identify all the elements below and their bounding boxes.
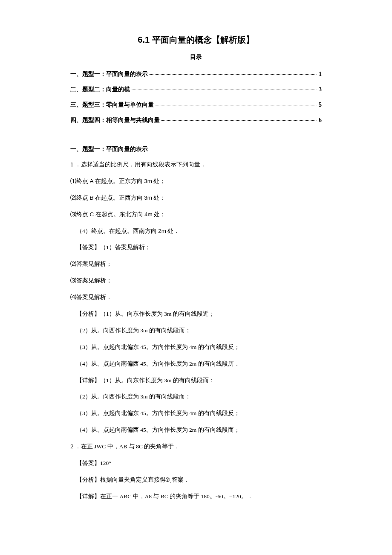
toc-page: 1 [319, 71, 322, 78]
q1-analysis-3: （3）从。点起向北偏东 45。方向作长度为 4m 的有向线段反； [70, 343, 322, 352]
q1-number: 1 [70, 161, 74, 168]
q2-number: 2 [70, 443, 74, 450]
q1-answer-head: 【答案】（1）答案见解析； [70, 244, 322, 252]
q1-stem: 1 ．选择适当的比例尺，用有向线段表示下列向量． [70, 161, 322, 169]
table-of-contents: 一、题型一：平面向量的表示 1 二、题型二：向量的模 3 三、题型三：零向量与单… [70, 70, 322, 124]
toc-label: 四、题型四：相等向量与共线向量 [70, 116, 160, 124]
text: 在起点。正东方向 [93, 178, 144, 184]
q1-detail-4: （4）从。点起向南偏西 45。方向作长度为 2m 的有向线段而； [70, 426, 322, 434]
text: （4）终点。在起点。西南方向 [76, 228, 158, 234]
page-title: 6.1 平面向量的概念【解析版】 [70, 34, 322, 46]
q2-stem-text: ．在正 JWC 中，AB 与 8C 的夹角等于． [74, 443, 180, 450]
section-heading: 一、题型一：平面向量的表示 [70, 145, 322, 153]
q2-analysis: 【分析】根据向量夹角定义直接得到答案． [70, 476, 322, 484]
q1-part3: ⑶终点 C 在起点。东北方向 4m 处； [70, 211, 322, 219]
toc-label: 一、题型一：平面向量的表示 [70, 70, 148, 78]
distance-3m: 3m [144, 178, 152, 184]
text: 处； [152, 178, 165, 184]
point-C: C [89, 211, 94, 218]
q2-stem: 2 ．在正 JWC 中，AB 与 8C 的夹角等于． [70, 443, 322, 451]
toc-label: 二、题型二：向量的模 [70, 86, 130, 93]
toc-row: 一、题型一：平面向量的表示 1 [70, 70, 322, 78]
toc-leader-dots [132, 90, 317, 90]
q2-answer: 【答案】120° [70, 459, 322, 468]
toc-page: 6 [319, 117, 322, 124]
distance-3m: 3m [144, 195, 152, 201]
text: 处； [153, 211, 166, 218]
text: 处． [166, 228, 179, 234]
text: ⑴终点 [70, 178, 89, 184]
toc-leader-dots [150, 74, 317, 75]
q1-analysis-2: （2）从。向西作长度为 3m 的有向线段而； [70, 327, 322, 335]
q2-detail: 【详解】在正一 ABC 中，A8 与 BC 的夹角等于 180。-60。=120… [70, 493, 322, 501]
q1-stem-text: ．选择适当的比例尺，用有向线段表示下列向量． [74, 161, 206, 168]
q1-part1: ⑴终点 A 在起点。正东方向 3m 处； [70, 177, 322, 186]
q1-answer-4: ⑷答案见解析． [70, 293, 322, 302]
q1-detail-head: 【详解】（1）从。向东作长度为 3m 的有向线段而： [70, 377, 322, 385]
q1-detail-2: （2）从。向西作长度为 3m 的有向线段而： [70, 393, 322, 401]
toc-leader-dots [156, 105, 317, 105]
q1-part4: （4）终点。在起点。西南方向 2m 处． [70, 227, 322, 235]
toc-page: 5 [319, 102, 322, 108]
text: 处： [152, 195, 165, 201]
q1-detail-3: （3）从。点起向北偏东 45。方向作长度为 4m 的有向线段反； [70, 410, 322, 418]
distance-2m: 2m [158, 228, 166, 234]
text: 在起点。正西方向 [93, 195, 144, 201]
toc-row: 四、题型四：相等向量与共线向量 6 [70, 116, 322, 124]
document-page: 6.1 平面向量的概念【解析版】 目录 一、题型一：平面向量的表示 1 二、题型… [0, 0, 392, 555]
q1-part2: ⑵终点 B 在起点。正西方向 3m 处： [70, 194, 322, 202]
distance-4m: 4m [144, 211, 153, 218]
toc-leader-dots [161, 120, 317, 121]
text: ⑵终点 [70, 195, 89, 201]
toc-page: 3 [319, 86, 322, 93]
toc-label: 三、题型三：零向量与单位向量 [70, 101, 154, 109]
q1-answer-3: ⑶答案见解析； [70, 277, 322, 285]
q1-answer-2: ⑵答案见解析； [70, 260, 322, 268]
toc-row: 三、题型三：零向量与单位向量 5 [70, 101, 322, 109]
toc-heading: 目录 [70, 53, 322, 61]
toc-row: 二、题型二：向量的模 3 [70, 86, 322, 93]
text: ⑶终点 [70, 211, 89, 218]
q1-analysis-4: （4）从。点起向南偏西 45。方向作长度为 2m 的有向线段历． [70, 360, 322, 368]
q1-analysis-head: 【分析】（1）从。向东作长度为 3m 的有向线段近； [70, 310, 322, 318]
text: 在起点。东北方向 [94, 211, 144, 218]
